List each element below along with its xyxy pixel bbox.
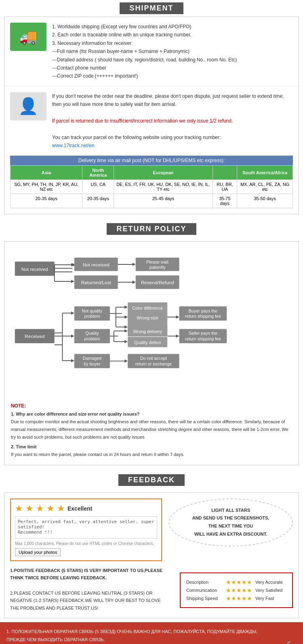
feedback-note2: 2.PLEASE CONTACT US BEFORE LEAVING NEUTR…	[10, 589, 166, 612]
cell-eu-countries: DE, ES, IT, FR, UK, HU, DK, SE, NO, IE, …	[114, 180, 213, 194]
svg-marker-10	[71, 280, 74, 283]
svg-text:Damaged: Damaged	[83, 356, 102, 361]
cell-asia-countries: SG, MY, PH, TH, IN, JP, KR, AU, NZ etc	[11, 180, 82, 194]
feedback-top: ★ ★ ★ ★ ★ Excellent Perfect, arrived fas…	[10, 498, 293, 561]
svg-text:problem: problem	[84, 337, 100, 342]
return-policy-header: RETURN POLICY	[0, 221, 303, 237]
svg-text:problem: problem	[84, 314, 100, 319]
dispute-text: If you don't receive the order near the …	[52, 92, 293, 109]
table-row-days: 20-35 days 20-35 days 25-45 days 35-75 d…	[11, 194, 293, 208]
svg-text:Returned/Lost: Returned/Lost	[81, 280, 112, 285]
delivery-table: Asia North America European South Americ…	[10, 165, 293, 208]
col-north-america: North America	[82, 166, 114, 180]
svg-marker-36	[71, 359, 74, 363]
rating-row-shipping: Shipping Speed ★★★★★ Very Fast	[186, 595, 286, 602]
track-text: You can track your parcel on the followi…	[52, 133, 293, 141]
note2-title: 2. Time limit	[11, 444, 36, 449]
cell-asia-days: 20-35 days	[11, 194, 82, 208]
cart-icon-box: 🛒	[264, 636, 297, 644]
truck-icon: 🚚	[19, 28, 38, 45]
note2-body: If you want to return the parcel, please…	[11, 452, 184, 457]
svg-text:Color difference: Color difference	[132, 306, 163, 310]
rating-stars-description: ★★★★★	[226, 579, 252, 585]
circle-line2: AND SEND US THE SCREENSHOTS,	[173, 514, 288, 522]
cell-na-countries: US, CA	[82, 180, 114, 194]
shipment-dispute-text: If you don't receive the order near the …	[52, 92, 293, 150]
svg-text:Resend/Refund: Resend/Refund	[141, 280, 174, 285]
shipment-header: SHIPMENT	[0, 0, 303, 17]
circle-line4: WILL HAVE AN EXTRA DISCOUNT.	[173, 530, 288, 538]
star-3: ★	[36, 503, 44, 514]
svg-text:Seller pays the: Seller pays the	[189, 331, 217, 336]
note1-body: Due to computer monitor and the actual s…	[11, 419, 288, 439]
svg-text:patiently: patiently	[149, 265, 166, 270]
rating-stars-shipping: ★★★★★	[226, 595, 252, 602]
svg-marker-45	[124, 316, 128, 319]
rating-row-communication: Communication ★★★★★ Very Satisfied	[186, 587, 286, 593]
feedback-title: FEEDBACK	[118, 474, 185, 486]
svg-marker-32	[71, 312, 74, 315]
truck-icon-box: 🚚	[10, 23, 46, 51]
svg-text:return or exchange: return or exchange	[135, 361, 172, 366]
svg-marker-73	[176, 335, 179, 338]
person-icon-box: 👤	[10, 92, 46, 120]
svg-marker-67	[124, 340, 128, 344]
shipment-point-5: ---Detailed address ( should have city, …	[52, 56, 237, 64]
star-1: ★	[15, 503, 23, 514]
notes-section: NOTE: 1. Why are color difference and si…	[11, 399, 292, 458]
refund-text: If parcel is returned due to insufficien…	[52, 117, 293, 125]
delivery-header: Delivery time via air mail post (NOT for…	[10, 156, 293, 165]
table-row-countries: SG, MY, PH, TH, IN, JP, KR, AU, NZ etc U…	[11, 180, 293, 194]
svg-marker-34	[71, 335, 74, 338]
shipment-point-3: 3. Necessary information for receiver:	[52, 39, 237, 47]
svg-text:Not quality: Not quality	[82, 308, 103, 313]
svg-text:Not received: Not received	[21, 266, 48, 272]
shipment-point-4: ---Full name (for Russian buyer-name + S…	[52, 47, 237, 55]
note2: 2. Time limit If you want to return the …	[11, 443, 292, 458]
svg-text:return shipping fee: return shipping fee	[185, 337, 221, 342]
rating-text-shipping: Very Fast	[255, 596, 274, 601]
rating-text-description: Very Accurate	[255, 580, 283, 585]
feedback-content: ★ ★ ★ ★ ★ Excellent Perfect, arrived fas…	[4, 492, 299, 618]
rating-stars-communication: ★★★★★	[226, 587, 252, 593]
svg-text:Wrong delivery: Wrong delivery	[133, 329, 162, 334]
svg-text:by buyer: by buyer	[84, 361, 101, 366]
rating-label-description: Description	[186, 580, 223, 585]
col-asia: Asia	[11, 166, 82, 180]
shipment-point-6: ---Contact phone number	[52, 64, 237, 72]
feedback-bottom-section: Description ★★★★★ Very Accurate Communic…	[10, 567, 293, 612]
svg-text:Quality defect: Quality defect	[134, 340, 161, 345]
svg-marker-43	[124, 306, 128, 309]
feedback-note1: 1.POSITIVE FEEDBACK (5 STARS) IS VERY IM…	[10, 567, 166, 582]
person-icon: 👤	[18, 97, 38, 116]
review-textarea[interactable]: Perfect, arrived fast, very attentive se…	[15, 516, 157, 538]
char-limit: Max 1,000 characters. Please do not use …	[15, 541, 157, 546]
cell-ru-countries: RU, BR, UA	[213, 180, 237, 194]
svg-marker-65	[124, 329, 128, 333]
note1: 1. Why are color difference and size err…	[11, 410, 292, 441]
svg-marker-47	[124, 325, 128, 329]
shipment-point-7: ---Correct ZIP code (++++++ important!)	[52, 72, 237, 80]
col-south-america: South America/Africa	[237, 166, 293, 180]
cart-icon: 🛒	[268, 640, 292, 644]
shipment-section: SHIPMENT 🚚 1. Worldwide shipping (Except…	[0, 0, 303, 214]
rating-text-communication: Very Satisfied	[255, 588, 282, 593]
shipment-content: 🚚 1. Worldwide shipping (Except very few…	[4, 17, 299, 214]
svg-text:Wrong size: Wrong size	[137, 316, 158, 321]
svg-text:Quality: Quality	[85, 331, 99, 336]
rating-label-shipping: Shipping Speed	[186, 596, 223, 601]
cell-sa-countries: MX, AR, CL, PE, ZA, NG etc	[237, 180, 293, 194]
note1-title: 1. Why are color difference and size err…	[11, 412, 139, 416]
flow-diagram: Not received Not received	[11, 248, 292, 398]
star-2: ★	[25, 503, 34, 514]
upload-photos-button[interactable]: Upload your photos	[15, 548, 61, 556]
return-policy-section: RETURN POLICY Not received Not r	[0, 221, 303, 465]
return-policy-content: Not received Not received	[4, 241, 299, 465]
stars-row: ★ ★ ★ ★ ★ Excellent	[15, 503, 157, 514]
shipment-row-1: 🚚 1. Worldwide shipping (Except very few…	[4, 17, 299, 87]
feedback-notes-text: 1.POSITIVE FEEDBACK (5 STARS) IS VERY IM…	[10, 567, 166, 612]
track-url[interactable]: www.17track.net/en	[52, 143, 95, 148]
russian-line1: 1. ПОЛОЖИТЕЛЬНАЯ ОБРАТНАЯ СВЯЗЬ (5 ЗВЕЗД…	[6, 628, 259, 644]
cell-eu-days: 25-45 days	[114, 194, 213, 208]
rating-box: Description ★★★★★ Very Accurate Communic…	[180, 572, 293, 608]
